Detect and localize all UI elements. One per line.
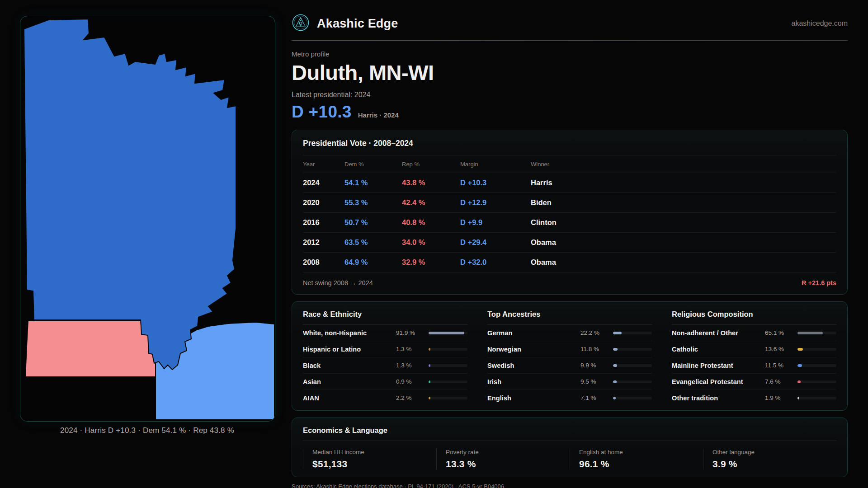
stat-bar-track [429,348,467,351]
stat-cell: Other language 3.9 % [703,449,836,469]
stat-bar-fill [429,364,430,367]
cell-winner: Harris [531,178,836,187]
cell-rep-pct: 40.8 % [402,218,460,227]
demographic-label: AIAN [303,394,391,402]
stat-bar-track [429,332,467,334]
stat-bar-fill [613,364,617,367]
cell-dem-pct: 64.9 % [344,258,402,267]
county-map-card [20,16,275,422]
stat-bar-fill [613,348,618,351]
cell-winner: Biden [531,198,836,207]
net-swing-label: Net swing 2008 → 2024 [303,279,373,286]
demographic-label: White, non-Hispanic [303,329,391,337]
page-kicker: Metro profile [292,50,848,58]
cell-year: 2024 [303,178,344,187]
demographic-label: Other tradition [672,394,760,402]
stat-label: Poverty rate [446,449,570,455]
demographic-value: 11.5 % [765,362,792,369]
stat-bar-track [613,364,652,367]
net-swing-row: Net swing 2008 → 2024 R +21.6 pts [303,272,836,286]
cell-winner: Obama [531,238,836,247]
demographic-value: 11.8 % [580,346,608,352]
stat-bar-track [613,397,652,399]
site-link[interactable]: akashicedge.com [791,19,848,28]
col-header-margin: Margin [460,161,531,168]
col-header-rep: Rep % [402,161,460,168]
cell-winner: Obama [531,258,836,267]
stat-bar-fill [797,364,802,367]
demographic-value: 22.2 % [580,329,608,336]
col-header-dem: Dem % [344,161,402,168]
stat-value: $51,133 [312,459,436,469]
demographic-row: Non-adherent / Other 65.1 % [672,324,836,341]
religious-composition-list: Non-adherent / Other 65.1 % Catholic 13.… [672,324,836,406]
cell-year: 2020 [303,198,344,207]
stat-bar-fill [429,397,430,399]
stat-bar-fill [429,348,430,351]
metro-profile-page: 2024 · Harris D +10.3 · Dem 54.1 % · Rep… [0,0,868,488]
race-ethnicity-list: White, non-Hispanic 91.9 % Hispanic or L… [303,324,467,406]
map-caption: 2024 · Harris D +10.3 · Dem 54.1 % · Rep… [20,426,274,435]
stat-bar-track [613,332,652,334]
headline-margin-caption: Harris · 2024 [358,111,399,119]
demographic-label: Irish [487,378,575,385]
cell-dem-pct: 54.1 % [344,178,402,187]
vote-table-title: Presidential Vote · 2008–2024 [303,139,836,155]
demographic-row: Mainline Protestant 11.5 % [672,357,836,373]
stat-label: English at home [579,449,703,455]
demographic-row: Other tradition 1.9 % [672,389,836,406]
demographic-row: White, non-Hispanic 91.9 % [303,324,467,341]
race-ethnicity-section: Race & Ethnicity White, non-Hispanic 91.… [303,310,467,406]
top-ancestries-section: Top Ancestries German 22.2 % Norwegian 1… [487,310,652,406]
cell-rep-pct: 32.9 % [402,258,460,267]
stat-cell: Poverty rate 13.3 % [436,449,570,469]
page-title: Duluth, MN-WI [292,61,848,84]
cell-margin: D +12.9 [460,198,531,207]
stat-bar-track [797,364,836,367]
stat-value: 96.1 % [579,459,703,469]
stat-bar-track [797,332,836,334]
top-bar: Akashic Edge akashicedge.com [292,14,848,33]
vote-table-row: 2012 63.5 % 34.0 % D +29.4 Obama [303,232,836,252]
race-ethnicity-title: Race & Ethnicity [303,310,467,324]
demographic-row: AIAN 2.2 % [303,389,467,406]
stat-label: Median HH income [312,449,436,455]
demographic-label: Swedish [487,362,575,369]
demographic-row: Swedish 9.9 % [487,357,652,373]
cell-margin: D +29.4 [460,238,531,247]
cell-margin: D +32.0 [460,258,531,267]
map-county-carlton[interactable] [25,321,156,377]
brand-name: Akashic Edge [317,17,398,31]
demographic-label: Norwegian [487,346,575,353]
demographic-value: 9.9 % [580,362,608,369]
demographic-value: 2.2 % [396,394,423,401]
stat-bar-fill [797,348,803,351]
headline-margin-line: D +10.3 Harris · 2024 [292,103,848,122]
cell-winner: Clinton [531,218,836,227]
stat-value: 3.9 % [712,459,836,469]
cell-rep-pct: 43.8 % [402,178,460,187]
economics-stats: Median HH income $51,133 Poverty rate 13… [303,449,836,469]
stat-bar-fill [797,332,823,334]
economics-language-panel: Economics & Language Median HH income $5… [292,418,848,477]
demographic-row: Black 1.3 % [303,357,467,373]
stat-value: 13.3 % [446,459,570,469]
demographic-value: 65.1 % [765,329,792,336]
religious-composition-title: Religious Composition [672,310,836,324]
demographic-value: 7.6 % [765,378,792,385]
demographic-row: German 22.2 % [487,324,652,341]
col-header-winner: Winner [531,161,836,168]
stat-bar-fill [429,380,430,383]
stat-bar-track [797,380,836,383]
map-county-st-louis[interactable] [24,19,236,370]
stat-bar-track [613,348,652,351]
top-ancestries-title: Top Ancestries [487,310,652,324]
stat-bar-track [797,397,836,399]
vote-table-row: 2008 64.9 % 32.9 % D +32.0 Obama [303,252,836,272]
demographic-value: 7.1 % [580,394,608,401]
stat-bar-fill [797,380,801,383]
demographic-label: Black [303,362,391,369]
demographic-label: Catholic [672,346,760,353]
demographic-row: Evangelical Protestant 7.6 % [672,373,836,389]
demographic-value: 1.3 % [396,346,423,352]
